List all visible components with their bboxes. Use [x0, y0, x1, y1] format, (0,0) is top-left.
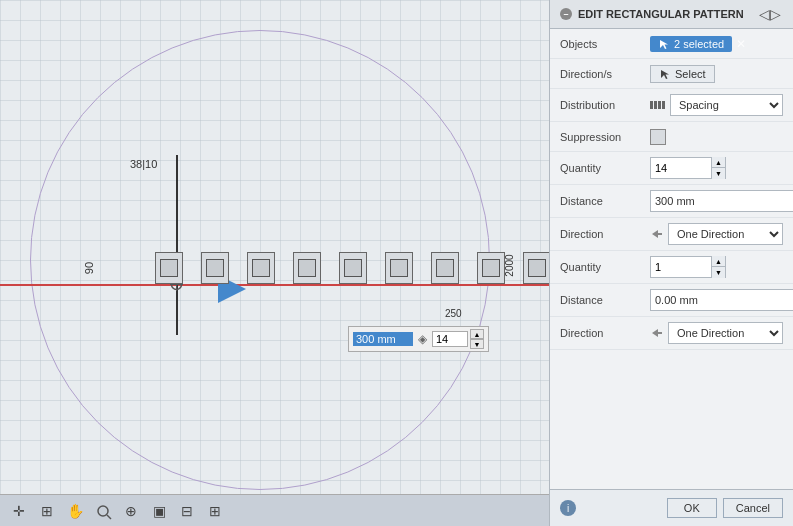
pattern-item [201, 252, 229, 284]
panel-body: Objects 2 selected ✕ Direction/s Select … [550, 29, 793, 489]
distance1-row: Distance 300 mm [550, 185, 793, 218]
panel-title: – EDIT RECTANGULAR PATTERN [560, 8, 744, 20]
svg-rect-8 [662, 101, 665, 109]
objects-badge[interactable]: 2 selected [650, 36, 732, 52]
toolbar-icon-8[interactable]: ⊞ [204, 500, 226, 522]
direction1-control: One Direction Two Directions Symmetric [650, 223, 783, 245]
toolbar-icon-7[interactable]: ⊟ [176, 500, 198, 522]
dimension-label-90: 90 [83, 262, 95, 274]
quantity1-control: 14 ▲ ▼ [650, 157, 783, 179]
pattern-item [155, 252, 183, 284]
cancel-button[interactable]: Cancel [723, 498, 783, 518]
panel-title-text: EDIT RECTANGULAR PATTERN [578, 8, 744, 20]
quantity1-row: Quantity 14 ▲ ▼ [550, 152, 793, 185]
inline-spinner[interactable]: ▲ ▼ [470, 329, 484, 349]
right-panel: – EDIT RECTANGULAR PATTERN ◁▷ Objects 2 … [549, 0, 793, 526]
toolbar-icon-4[interactable] [92, 500, 114, 522]
objects-label: Objects [560, 38, 650, 50]
direction2-select[interactable]: One Direction Two Directions Symmetric [668, 322, 783, 344]
distance1-input[interactable]: 300 mm [650, 190, 793, 212]
inline-quantity-input[interactable]: 14 [432, 331, 468, 347]
dimension-label-38: 38|10 [130, 158, 157, 170]
inline-spin-down[interactable]: ▼ [470, 339, 484, 349]
direction2-control: One Direction Two Directions Symmetric [650, 322, 783, 344]
directions-control: Select [650, 65, 783, 83]
distribution-control: Spacing Fill Fit [650, 94, 783, 116]
objects-row: Objects 2 selected ✕ [550, 29, 793, 59]
svg-line-4 [107, 515, 111, 519]
directions-label: Direction/s [560, 68, 650, 80]
quantity2-input-wrap: 1 ▲ ▼ [650, 256, 726, 278]
dimension-label-250: 250 [445, 308, 462, 319]
panel-title-icon: – [560, 8, 572, 20]
panel-footer: i OK Cancel [550, 489, 793, 526]
vertical-axis [176, 155, 178, 335]
distribution-select[interactable]: Spacing Fill Fit [670, 94, 783, 116]
svg-point-3 [98, 506, 108, 516]
objects-control: 2 selected ✕ [650, 36, 783, 52]
distribution-label: Distribution [560, 99, 650, 111]
objects-count: 2 selected [674, 38, 724, 50]
toolbar-icon-2[interactable]: ⊞ [36, 500, 58, 522]
toolbar-icon-1[interactable]: ✛ [8, 500, 30, 522]
svg-rect-7 [658, 101, 661, 109]
direction1-icon [650, 227, 664, 241]
quantity1-spin-down[interactable]: ▼ [711, 168, 725, 179]
quantity2-row: Quantity 1 ▲ ▼ [550, 251, 793, 284]
quantity1-input[interactable]: 14 [651, 158, 711, 178]
quantity2-label: Quantity [560, 261, 650, 273]
direction1-row: Direction One Direction Two Directions S… [550, 218, 793, 251]
quantity2-control: 1 ▲ ▼ [650, 256, 783, 278]
direction1-select[interactable]: One Direction Two Directions Symmetric [668, 223, 783, 245]
distribution-icon [650, 98, 666, 112]
suppression-checkbox[interactable] [650, 129, 666, 145]
quantity2-input[interactable]: 1 [651, 257, 711, 277]
distance2-input[interactable]: 0.00 mm [650, 289, 793, 311]
info-icon[interactable]: i [560, 500, 576, 516]
pattern-item [385, 252, 413, 284]
distance2-label: Distance [560, 294, 650, 306]
quantity1-input-wrap: 14 ▲ ▼ [650, 157, 726, 179]
panel-expand-btn[interactable]: ◁▷ [757, 6, 783, 22]
select-button[interactable]: Select [650, 65, 715, 83]
cursor-icon [658, 38, 670, 50]
pattern-item [431, 252, 459, 284]
info-icon-area: i [560, 498, 661, 518]
distance2-row: Distance 0.00 mm [550, 284, 793, 317]
ok-button[interactable]: OK [667, 498, 717, 518]
distance1-label: Distance [560, 195, 650, 207]
suppression-row: Suppression [550, 122, 793, 152]
quantity2-spin-up[interactable]: ▲ [711, 256, 725, 267]
quantity1-label: Quantity [560, 162, 650, 174]
suppression-label: Suppression [560, 131, 650, 143]
bottom-toolbar: ✛ ⊞ ✋ ⊕ ▣ ⊟ ⊞ [0, 494, 549, 526]
inline-spin-up[interactable]: ▲ [470, 329, 484, 339]
toolbar-icon-3[interactable]: ✋ [64, 500, 86, 522]
select-btn-label: Select [675, 68, 706, 80]
panel-controls: ◁▷ [757, 6, 783, 22]
suppression-control [650, 129, 783, 145]
objects-clear-btn[interactable]: ✕ [736, 37, 746, 51]
inline-distance-input[interactable]: 300 mm [353, 332, 413, 346]
svg-rect-6 [654, 101, 657, 109]
pattern-item [293, 252, 321, 284]
dim-separator: ◈ [418, 332, 427, 346]
inline-dimension-input[interactable]: 300 mm ◈ 14 ▲ ▼ [348, 326, 489, 352]
direction2-row: Direction One Direction Two Directions S… [550, 317, 793, 350]
select-cursor-icon [659, 68, 671, 80]
cad-canvas: 38|10 90 250 2000 300 mm ◈ 14 ▲ ▼ ✛ [0, 0, 549, 526]
distribution-row: Distribution Spacing Fill Fit [550, 89, 793, 122]
direction2-label: Direction [560, 327, 650, 339]
quantity2-spin-down[interactable]: ▼ [711, 267, 725, 278]
distance2-control: 0.00 mm [650, 289, 793, 311]
svg-rect-5 [650, 101, 653, 109]
directions-row: Direction/s Select [550, 59, 793, 89]
panel-header: – EDIT RECTANGULAR PATTERN ◁▷ [550, 0, 793, 29]
toolbar-icon-5[interactable]: ⊕ [120, 500, 142, 522]
quantity1-spin-up[interactable]: ▲ [711, 157, 725, 168]
pattern-item [477, 252, 505, 284]
distance1-control: 300 mm [650, 190, 793, 212]
direction2-icon [650, 326, 664, 340]
pattern-row [155, 252, 549, 284]
toolbar-icon-6[interactable]: ▣ [148, 500, 170, 522]
